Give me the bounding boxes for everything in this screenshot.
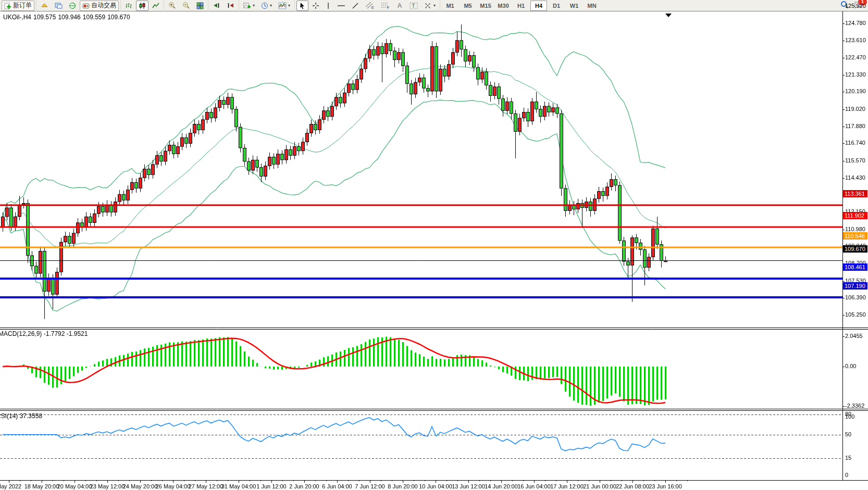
new-chart-caret-icon: ▾: [253, 4, 255, 8]
timeframe-button-h1[interactable]: H1: [513, 1, 529, 11]
line-chart-button[interactable]: [150, 1, 162, 11]
drawing-tools-group: E F A T ▾: [294, 0, 440, 11]
crosshair-tool-button[interactable]: [309, 1, 322, 11]
candlestick-chart-button[interactable]: [136, 1, 148, 11]
timeframe-group: M1M5M15M30H1H4D1W1MN: [440, 0, 602, 11]
text-label-tool-button[interactable]: T: [407, 1, 420, 11]
navigator-icon: [69, 2, 76, 9]
trendline-tool-button[interactable]: [349, 1, 362, 11]
new-order-button[interactable]: 新订单: [2, 1, 34, 11]
bar-chart-icon: [125, 2, 132, 9]
order-group: 新订单: [0, 0, 36, 11]
text-tool-button[interactable]: A: [394, 1, 406, 11]
cursor-tool-button[interactable]: [296, 1, 308, 11]
text-label-icon: T: [410, 2, 418, 9]
crosshair-icon: [312, 2, 319, 9]
arrows-icon: [424, 2, 432, 9]
text-icon: A: [396, 2, 403, 9]
cursor-icon: [299, 2, 306, 9]
search-button[interactable]: [840, 1, 849, 10]
navigator-button[interactable]: [66, 1, 79, 11]
candlestick-chart-icon: [139, 2, 146, 9]
vertical-line-tool-button[interactable]: [323, 1, 333, 11]
timeframe-button-m30[interactable]: M30: [495, 1, 512, 11]
objects-group: ▾ ▾ ▾: [239, 0, 294, 11]
scroll-group: [208, 0, 239, 11]
timeframe-button-d1[interactable]: D1: [548, 1, 565, 11]
equidistant-channel-icon: E: [365, 2, 375, 9]
bar-chart-button[interactable]: [122, 1, 135, 11]
line-chart-icon: [152, 2, 159, 9]
zoom-in-icon: [168, 2, 176, 9]
autotrading-icon: [82, 2, 90, 9]
market-watch-icon: [41, 2, 48, 9]
new-order-label: 新订单: [13, 1, 32, 10]
vertical-line-icon: [326, 2, 331, 9]
timeframe-button-mn[interactable]: MN: [584, 1, 600, 11]
timeframe-button-h4[interactable]: H4: [530, 1, 547, 11]
new-chart-icon: [243, 2, 251, 9]
autotrading-button[interactable]: 自动交易: [80, 1, 119, 11]
chart-type-group: [120, 0, 164, 11]
arrows-tool-button[interactable]: ▾: [421, 1, 438, 11]
clock-icon: [261, 2, 268, 9]
fibonacci-icon: F: [381, 2, 390, 9]
svg-text:F: F: [387, 6, 389, 9]
chart-shift-button[interactable]: [224, 1, 237, 11]
panels-group: 自动交易: [36, 0, 120, 11]
horizontal-line-icon: [337, 3, 345, 8]
market-watch-button[interactable]: [38, 1, 51, 11]
chat-badge: 1: [858, 0, 867, 5]
chart-shift-icon: [227, 2, 234, 9]
horizontal-line-tool-button[interactable]: [334, 1, 348, 11]
indicators-icon: [278, 2, 287, 9]
data-window-button[interactable]: [52, 1, 65, 11]
chat-button[interactable]: 1: [854, 1, 863, 10]
chart-canvas[interactable]: [0, 11, 868, 490]
timeframe-button-m15[interactable]: M15: [477, 1, 494, 11]
timeframe-button-m1[interactable]: M1: [442, 1, 458, 11]
timeframe-button-w1[interactable]: W1: [566, 1, 582, 11]
main-toolbar: 新订单 自动交易 ▾ ▾ ▾ E F A T ▾: [0, 0, 868, 11]
indicators-caret-icon: ▾: [288, 4, 290, 8]
trendline-icon: [352, 2, 359, 9]
autotrading-label: 自动交易: [91, 1, 116, 10]
periods-caret-icon: ▾: [270, 4, 272, 8]
new-chart-button[interactable]: ▾: [241, 1, 257, 11]
chart-window: UKOil-,H4109.575109.946109.559109.670 MA…: [0, 11, 868, 490]
svg-text:E: E: [371, 6, 374, 9]
toolbar-right-group: 1: [840, 1, 868, 10]
zoom-group: [164, 0, 208, 11]
tile-windows-icon: [196, 2, 204, 9]
zoom-in-button[interactable]: [166, 1, 179, 11]
arrows-caret-icon: ▾: [433, 4, 436, 8]
periods-button[interactable]: ▾: [258, 1, 275, 11]
auto-scroll-button[interactable]: [210, 1, 223, 11]
tile-windows-button[interactable]: [194, 1, 206, 11]
svg-text:A: A: [398, 2, 402, 9]
auto-scroll-icon: [213, 2, 220, 9]
channel-tool-button[interactable]: E: [363, 1, 377, 11]
new-order-icon: [4, 2, 11, 9]
svg-text:T: T: [412, 3, 415, 9]
data-window-icon: [55, 2, 63, 9]
zoom-out-icon: [182, 2, 190, 9]
zoom-out-button[interactable]: [180, 1, 193, 11]
indicators-button[interactable]: ▾: [276, 1, 293, 11]
timeframe-button-m5[interactable]: M5: [460, 1, 476, 11]
fibonacci-tool-button[interactable]: F: [378, 1, 393, 11]
